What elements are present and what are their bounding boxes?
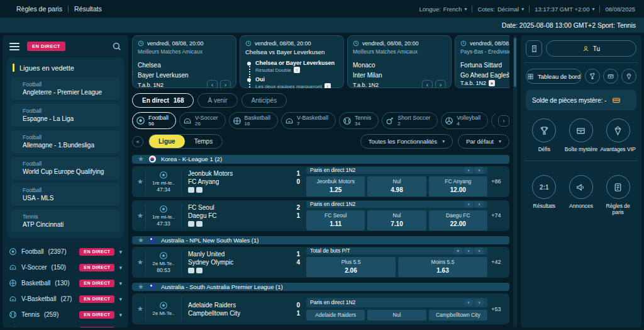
carousel-next-icon[interactable]: ›	[507, 68, 509, 77]
market-prev-icon[interactable]: ‹	[464, 299, 473, 306]
featured-league-item[interactable]: Football World Cup Europe Qualifying	[11, 157, 119, 179]
tab-volleyball[interactable]: Volleyball4	[441, 112, 488, 129]
favorite-star-icon[interactable]: ★	[137, 212, 143, 219]
favorite-star-icon[interactable]: ★	[137, 259, 143, 266]
market-next-icon[interactable]: ›	[475, 248, 484, 254]
stats-icon[interactable]	[188, 221, 194, 227]
challenges-button[interactable]: Défis	[526, 118, 563, 152]
mystery-box-button[interactable]: Boîte mystère	[563, 118, 600, 152]
bet-builder-card[interactable]: vendredi, 08/08, 20:00 Chelsea vs Bayer …	[240, 35, 344, 88]
odds-button[interactable]: Nul7.10	[367, 210, 426, 230]
market-prev-icon[interactable]: ‹	[207, 80, 218, 88]
match-row[interactable]: ★ 2e Mi-Te.. Adelaide Raiders0 Campbellt…	[132, 293, 509, 324]
favorite-star-icon[interactable]: ★	[138, 156, 144, 162]
stats-icon[interactable]	[188, 187, 194, 193]
tab-v-soccer[interactable]: V-Soccer26	[179, 112, 226, 129]
market-next-icon[interactable]: ›	[475, 167, 484, 174]
group-by-time[interactable]: Temps	[185, 135, 222, 148]
stats-icon[interactable]	[188, 268, 194, 273]
scrollbar[interactable]	[513, 35, 517, 327]
vip-diamond-icon[interactable]	[621, 69, 636, 84]
odds-button[interactable]: Plus 5.52.06	[306, 257, 396, 277]
sort-dropdown[interactable]: Par défaut ▾	[458, 134, 509, 149]
vip-benefits-button[interactable]: Avantages VIP	[599, 118, 636, 152]
odds-button[interactable]: Daegu FC22.00	[429, 210, 487, 230]
tab-football[interactable]: Football56	[132, 112, 176, 129]
featured-match-card[interactable]: vendredi, 08/08, 20:00 Meilleurs Matches…	[347, 35, 452, 88]
dashboard-button[interactable]: Tableau de bord	[526, 69, 582, 84]
favorite-star-icon[interactable]: ★	[138, 283, 144, 290]
scrollbar-thumb[interactable]	[514, 38, 516, 87]
odds-button[interactable]: Nul	[367, 310, 426, 321]
sidebar-sport-football[interactable]: Football (2397) EN DIRECT ▾	[7, 244, 124, 259]
mystery-box-icon[interactable]	[603, 69, 618, 84]
favorite-star-icon[interactable]: ★	[138, 237, 144, 244]
menu-icon[interactable]	[9, 43, 19, 50]
league-section-header[interactable]: ★ Korea - K-League 1 (2)	[132, 155, 509, 163]
featured-league-item[interactable]: Tennis ATP Cincinnati	[11, 210, 119, 232]
timezone-select[interactable]: 13:17:37 GMT +2:00 ▾	[535, 6, 594, 13]
market-prev-icon[interactable]: ‹	[464, 248, 473, 254]
odds-button[interactable]: FC Anyang12.00	[429, 176, 487, 196]
betting-rules-link[interactable]: Règles de paris	[16, 5, 62, 13]
tab-table-tennis[interactable]: Tennis de table18	[491, 112, 496, 129]
odds-format-select[interactable]: Cotes: Décimal ▾	[477, 6, 524, 13]
favorite-star-icon[interactable]: ★	[137, 178, 143, 185]
search-icon[interactable]	[112, 42, 121, 51]
sidebar-sport-v-soccer[interactable]: V-Soccer (150) EN DIRECT ▾	[7, 259, 124, 275]
match-row[interactable]: ★ 1re mi-te.. 47:34 Jeonbuk Motors1 FC A…	[132, 166, 509, 197]
tab-tennis[interactable]: Tennis34	[339, 112, 379, 129]
odds-button[interactable]: Moins 5.51.63	[398, 257, 487, 277]
more-markets-link[interactable]: +53	[487, 297, 505, 321]
live-badge[interactable]: EN DIRECT	[27, 42, 65, 51]
odds-button[interactable]: Jeonbuk Motors1.25	[306, 176, 365, 196]
filter-upcoming[interactable]: À venir	[197, 93, 237, 108]
more-markets-link[interactable]: +86	[487, 169, 505, 194]
featured-match-card[interactable]: vendredi, 08/08, 20:00 Meilleurs Matches…	[132, 35, 236, 88]
lineup-icon[interactable]	[196, 221, 203, 227]
lineup-icon[interactable]	[196, 268, 203, 273]
results-button[interactable]: 2:1 Résultats	[526, 175, 563, 215]
market-prev-icon[interactable]: ‹	[464, 201, 473, 208]
market-prev-icon[interactable]: ‹	[422, 80, 433, 88]
odds-button[interactable]: Nul4.98	[367, 176, 426, 196]
league-section-header[interactable]: ★ Australia - South Australia Premier Le…	[132, 283, 509, 291]
betting-rules-button[interactable]: Règles de paris	[599, 175, 636, 215]
featured-league-item[interactable]: Football Angleterre - Premier League	[11, 77, 119, 100]
match-row[interactable]: ★ 1re mi-te.. 47:33 FC Seoul2 Daegu FC1 …	[132, 200, 509, 231]
sidebar-sport-v-basketball[interactable]: V-Basketball (27) EN DIRECT ▾	[7, 291, 124, 307]
collapse-all-icon[interactable]: «	[132, 136, 143, 147]
carousel-prev-icon[interactable]: ‹	[132, 68, 133, 77]
tab-basketball[interactable]: Basketball16	[229, 112, 279, 129]
sidebar-sport-basketball[interactable]: Basketball (130) EN DIRECT ▾	[7, 275, 124, 291]
market-prev-icon[interactable]: ‹	[464, 167, 473, 174]
featured-league-item[interactable]: Football Espagne - La Liga	[11, 104, 119, 127]
tab-v-basketball[interactable]: V-Basketball7	[281, 112, 336, 129]
market-next-icon[interactable]: ›	[435, 80, 446, 88]
featured-match-card[interactable]: vendredi, 08/08, 20:0 Pays-Bas - Eredivi…	[455, 35, 509, 88]
favorite-star-icon[interactable]: ★	[137, 305, 143, 312]
tabs-next-icon[interactable]: ›	[498, 115, 509, 127]
match-row[interactable]: ★ 2e Mi-Te.. 80:53 Manly United1 Sydney …	[132, 247, 509, 278]
odds-button[interactable]: Campbelltown City	[429, 310, 487, 321]
user-account-button[interactable]: Tu	[546, 40, 636, 57]
group-by-league[interactable]: Ligue	[149, 135, 185, 148]
filter-live[interactable]: En direct 168	[132, 93, 194, 108]
challenges-icon[interactable]	[585, 69, 600, 84]
results-link[interactable]: Résultats	[74, 5, 102, 13]
betslip-icon[interactable]	[526, 40, 542, 57]
features-dropdown[interactable]: Toutes les Fonctionnalités ▾	[360, 134, 453, 149]
market-add-icon[interactable]: +	[453, 248, 462, 254]
filter-early[interactable]: Anticipés	[242, 93, 287, 108]
language-select[interactable]: Longue: French ▾	[419, 6, 467, 13]
featured-league-item[interactable]: Football USA - MLS	[11, 183, 119, 206]
tab-short-soccer[interactable]: Short Soccer2	[382, 112, 438, 129]
sidebar-sport-tennis[interactable]: Tennis (259) EN DIRECT ▾	[7, 307, 124, 322]
sidebar-sport-short-soccer[interactable]: Short Soccer (2) EN DIRECT ▾	[7, 322, 124, 327]
more-markets-link[interactable]: +74	[487, 203, 505, 228]
announcements-button[interactable]: Annonces	[563, 175, 600, 215]
more-markets-link[interactable]: +42	[487, 250, 505, 275]
market-next-icon[interactable]: ›	[475, 201, 484, 208]
featured-league-item[interactable]: Football Allemagne - 1.Bundesliga	[11, 130, 119, 153]
odds-button[interactable]: FC Seoul1.11	[306, 210, 365, 230]
